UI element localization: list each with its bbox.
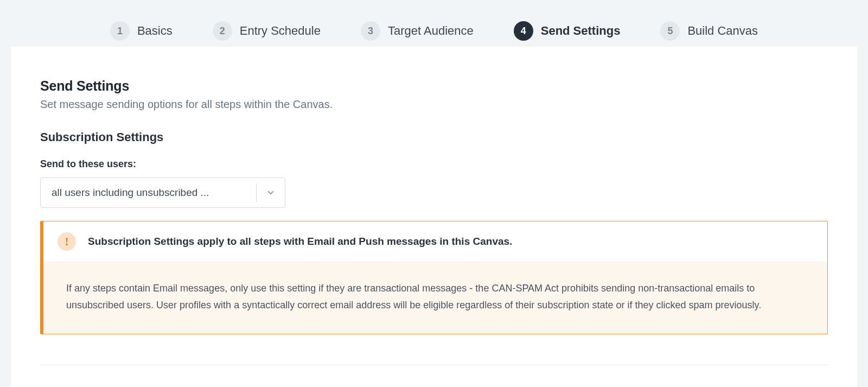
step-label: Build Canvas [687,24,758,38]
page-root: 1 Basics 2 Entry Schedule 3 Target Audie… [0,0,868,387]
step-number-badge: 3 [361,21,380,41]
step-label: Basics [137,24,173,38]
step-send-settings[interactable]: 4 Send Settings [514,21,621,41]
step-number-badge: 4 [514,21,533,41]
step-label: Target Audience [388,24,474,38]
warning-icon: ! [58,232,76,251]
section-title-subscription: Subscription Settings [40,130,828,144]
step-build-canvas[interactable]: 5 Build Canvas [660,21,758,41]
step-basics[interactable]: 1 Basics [110,21,173,41]
step-number-badge: 2 [213,21,232,41]
step-number-badge: 1 [110,21,130,41]
subscription-warning-alert: ! Subscription Settings apply to all ste… [40,221,828,334]
page-title: Send Settings [40,78,828,94]
step-target-audience[interactable]: 3 Target Audience [361,21,474,41]
page-subtitle: Set message sending options for all step… [40,98,828,111]
step-number-badge: 5 [660,21,680,41]
step-label: Entry Schedule [240,24,321,38]
settings-card: Send Settings Set message sending option… [11,47,857,387]
step-entry-schedule[interactable]: 2 Entry Schedule [213,21,321,41]
wizard-stepper: 1 Basics 2 Entry Schedule 3 Target Audie… [0,0,868,47]
send-to-users-select[interactable]: all users including unsubscribed ... [40,177,285,208]
field-label-send-to: Send to these users: [40,158,828,170]
alert-header: ! Subscription Settings apply to all ste… [43,221,827,262]
alert-title: Subscription Settings apply to all steps… [88,236,512,248]
section-divider [40,365,828,365]
select-value: all users including unsubscribed ... [41,178,256,207]
chevron-down-icon [257,178,285,207]
alert-body: If any steps contain Email messages, onl… [43,262,827,334]
step-label: Send Settings [541,24,621,38]
